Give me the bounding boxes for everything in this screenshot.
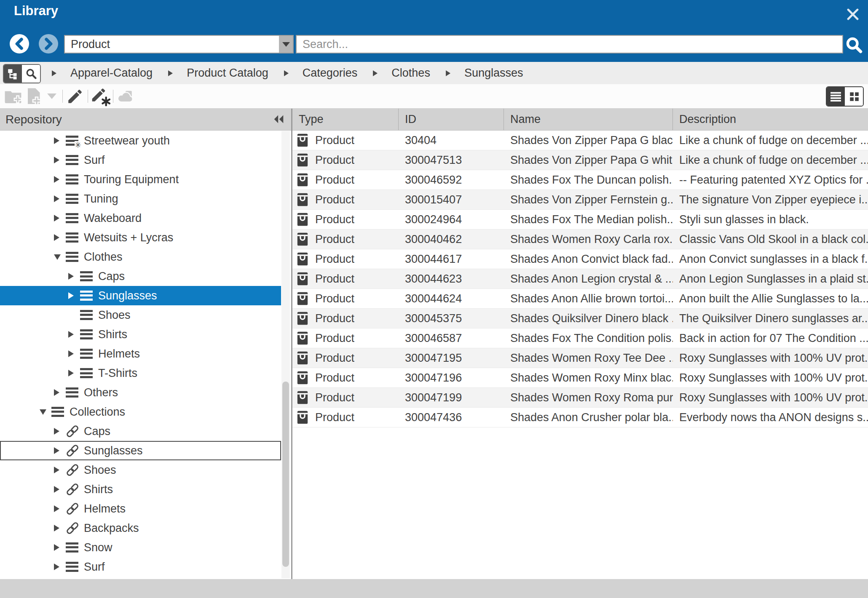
table-row[interactable]: Product300044617Shades Anon Convict blac… bbox=[292, 249, 868, 269]
search-icon[interactable] bbox=[844, 35, 863, 54]
thumbnail-view-button[interactable] bbox=[845, 87, 863, 106]
chevron-right-icon[interactable] bbox=[54, 426, 60, 436]
tree-item[interactable]: Wetsuits + Lycras bbox=[0, 228, 281, 247]
close-icon[interactable] bbox=[844, 5, 862, 24]
table-row[interactable]: Product300046592Shades Fox The Duncan po… bbox=[292, 170, 868, 190]
search-mode-toggle[interactable] bbox=[22, 65, 40, 83]
tree-item[interactable]: Shoes bbox=[0, 460, 281, 480]
id-cell: 300047436 bbox=[399, 411, 504, 424]
tree-scrollbar-thumb[interactable] bbox=[282, 382, 289, 567]
tree-item[interactable]: Shirts bbox=[0, 325, 281, 344]
tree-item[interactable]: Surf bbox=[0, 557, 281, 577]
breadcrumb-item[interactable]: Apparel-Catalog bbox=[70, 67, 153, 80]
chevron-right-icon[interactable] bbox=[68, 349, 74, 359]
type-cell: Product bbox=[292, 213, 399, 226]
tree-item[interactable]: Surf bbox=[0, 150, 281, 170]
chevron-right-icon[interactable] bbox=[54, 484, 60, 494]
chevron-right-icon[interactable] bbox=[54, 213, 60, 223]
chevron-right-icon[interactable] bbox=[54, 446, 60, 456]
table-row[interactable]: Product300047436Shades Anon Crusher pola… bbox=[292, 408, 868, 427]
breadcrumb-item[interactable]: Categories bbox=[303, 67, 358, 80]
chevron-right-icon[interactable] bbox=[54, 194, 60, 204]
tree-item[interactable]: Touring Equipment bbox=[0, 170, 281, 189]
chevron-right-icon[interactable] bbox=[54, 155, 60, 165]
search-input[interactable] bbox=[296, 35, 843, 53]
tree-item[interactable]: Shirts bbox=[0, 480, 281, 499]
breadcrumb-item[interactable]: Product Catalog bbox=[187, 67, 268, 80]
type-filter-dropdown[interactable]: Product bbox=[64, 35, 294, 53]
tree-item[interactable]: Sunglasses bbox=[0, 441, 281, 460]
edit-button[interactable] bbox=[66, 84, 84, 108]
table-row[interactable]: Product30404Shades Von Zipper Papa G bla… bbox=[292, 131, 868, 150]
chevron-right-icon[interactable] bbox=[54, 387, 60, 398]
new-content-menu-button[interactable] bbox=[45, 84, 59, 108]
tree-item[interactable]: Sunglasses bbox=[0, 286, 281, 305]
column-header[interactable]: Name bbox=[504, 109, 673, 130]
tree-item[interactable]: T-Shirts bbox=[0, 363, 281, 383]
tree-item[interactable]: Shoes bbox=[0, 305, 281, 325]
chevron-down-icon bbox=[47, 93, 56, 99]
column-header[interactable]: Description bbox=[673, 109, 868, 130]
chevron-right-icon[interactable] bbox=[68, 271, 74, 281]
chevron-down-icon[interactable] bbox=[54, 252, 60, 262]
chevron-right-icon[interactable] bbox=[54, 542, 60, 553]
forward-button[interactable] bbox=[39, 34, 58, 53]
tree-item[interactable]: Snow bbox=[0, 538, 281, 557]
type-cell: Product bbox=[292, 411, 399, 424]
table-row[interactable]: Product300044624Shades Anon Allie brown … bbox=[292, 289, 868, 309]
table-row[interactable]: Product300040462Shades Women Roxy Carla … bbox=[292, 230, 868, 249]
collapse-panel-icon[interactable] bbox=[273, 114, 284, 124]
pencil-star-icon bbox=[91, 87, 111, 106]
tree-item[interactable]: Tuning bbox=[0, 189, 281, 208]
table-row[interactable]: Product300047196Shades Women Roxy Minx b… bbox=[292, 368, 868, 388]
column-header[interactable]: ID bbox=[399, 109, 504, 130]
tree-item[interactable]: Wakeboard bbox=[0, 208, 281, 228]
tree-item[interactable]: Caps bbox=[0, 422, 281, 441]
chevron-right-icon[interactable] bbox=[68, 291, 74, 301]
chevron-down-icon[interactable] bbox=[40, 407, 46, 417]
tree-item[interactable]: Helmets bbox=[0, 344, 281, 363]
new-content-button[interactable] bbox=[26, 84, 42, 108]
chevron-right-icon[interactable] bbox=[54, 136, 60, 146]
chevron-right-icon[interactable] bbox=[54, 562, 60, 572]
type-label: Product bbox=[315, 312, 354, 325]
table-row[interactable]: Product300044623Shades Anon Legion cryst… bbox=[292, 269, 868, 289]
chevron-right-icon[interactable] bbox=[54, 504, 60, 514]
table-row[interactable]: Product300015407Shades Von Zipper Fernst… bbox=[292, 190, 868, 210]
tree-scrollbar[interactable] bbox=[281, 131, 290, 578]
table-row[interactable]: Product300047199Shades Women Roxy Roma p… bbox=[292, 388, 868, 408]
tree-item[interactable]: Collections bbox=[0, 402, 281, 422]
chevron-right-icon[interactable] bbox=[68, 368, 74, 378]
bulk-edit-button[interactable] bbox=[90, 84, 111, 108]
tree-item[interactable]: Streetwear youth bbox=[0, 131, 281, 150]
tree-item[interactable]: Backpacks bbox=[0, 518, 281, 538]
chevron-right-icon[interactable] bbox=[54, 523, 60, 533]
breadcrumb-item[interactable]: Sunglasses bbox=[464, 67, 523, 80]
table-row[interactable]: Product300046587Shades Fox The Condition… bbox=[292, 328, 868, 348]
list-view-icon bbox=[830, 91, 841, 102]
chevron-right-icon[interactable] bbox=[54, 465, 60, 475]
chevron-right-icon[interactable] bbox=[54, 174, 60, 184]
table-row[interactable]: Product300047195Shades Women Roxy Tee De… bbox=[292, 348, 868, 368]
chevron-right-icon[interactable] bbox=[54, 232, 60, 243]
chevron-right-icon[interactable] bbox=[68, 329, 74, 339]
table-row[interactable]: Product300024964Shades Fox The Median po… bbox=[292, 210, 868, 230]
repository-tree: Streetwear youthSurfTouring EquipmentTun… bbox=[0, 131, 281, 579]
new-folder-button[interactable] bbox=[4, 84, 22, 108]
name-cell: Shades Von Zipper Fernstein g... bbox=[504, 193, 673, 206]
tree-item[interactable]: Caps bbox=[0, 267, 281, 286]
breadcrumb-item[interactable]: Clothes bbox=[391, 67, 430, 80]
table-row[interactable]: Product300047513Shades Von Zipper Papa G… bbox=[292, 150, 868, 170]
chevron-down-icon[interactable] bbox=[279, 36, 293, 53]
tree-item[interactable]: Others bbox=[0, 383, 281, 402]
table-row[interactable]: Product300045375Shades Quiksilver Dinero… bbox=[292, 309, 868, 328]
back-button[interactable] bbox=[10, 34, 29, 53]
tree-item[interactable]: Helmets bbox=[0, 499, 281, 518]
list-view-button[interactable] bbox=[827, 87, 845, 106]
tree-mode-toggle[interactable] bbox=[4, 65, 22, 83]
type-cell: Product bbox=[292, 351, 399, 365]
publish-button[interactable] bbox=[115, 84, 136, 108]
column-header[interactable]: Type bbox=[292, 109, 399, 130]
tree-item[interactable]: Clothes bbox=[0, 247, 281, 267]
id-cell: 300015407 bbox=[399, 193, 504, 206]
